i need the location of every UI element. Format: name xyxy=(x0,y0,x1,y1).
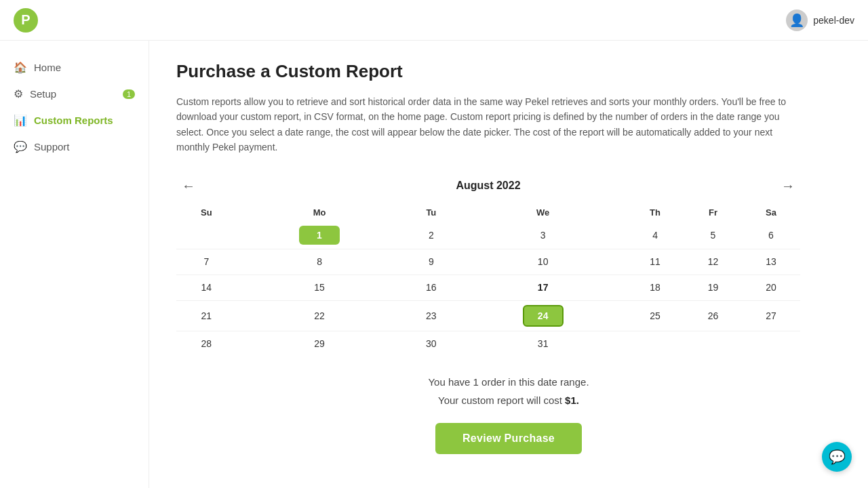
sidebar-label-setup: Setup xyxy=(30,88,56,100)
calendar-day[interactable]: 16 xyxy=(402,274,460,300)
calendar-day[interactable]: 20 xyxy=(742,274,800,300)
calendar-day[interactable]: 26 xyxy=(684,300,742,331)
calendar-day[interactable]: 18 xyxy=(626,274,684,300)
col-tu: Tu xyxy=(402,203,460,222)
chat-icon: 💬 xyxy=(829,449,846,465)
calendar-day[interactable]: 23 xyxy=(402,300,460,331)
support-icon: 💬 xyxy=(14,140,27,153)
calendar-week-row: 78910111213 xyxy=(176,249,800,274)
col-sa: Sa xyxy=(742,203,800,222)
calendar-week-row: 123456 xyxy=(176,222,800,249)
sidebar-label-custom-reports: Custom Reports xyxy=(34,115,113,126)
calendar-day[interactable]: 30 xyxy=(402,331,460,357)
calendar-header-row: Su Mo Tu We Th Fr Sa xyxy=(176,203,800,222)
sidebar-item-home[interactable]: 🏠 Home xyxy=(0,54,149,81)
calendar-day[interactable]: 7 xyxy=(176,249,237,274)
calendar-day[interactable]: 10 xyxy=(460,249,626,274)
calendar-week-row: 28293031 xyxy=(176,331,800,357)
next-month-button[interactable]: → xyxy=(776,176,800,197)
calendar-day[interactable]: 8 xyxy=(237,249,403,274)
calendar-day[interactable]: 11 xyxy=(626,249,684,274)
calendar-day[interactable]: 4 xyxy=(626,222,684,249)
calendar-day[interactable]: 19 xyxy=(684,274,742,300)
setup-badge: 1 xyxy=(123,89,135,99)
description-text: Custom reports allow you to retrieve and… xyxy=(176,94,787,155)
sidebar-label-home: Home xyxy=(34,62,61,73)
username-label: pekel-dev xyxy=(813,15,854,26)
calendar-day[interactable]: 29 xyxy=(237,331,403,357)
order-summary: You have 1 order in this date range. You… xyxy=(176,373,841,409)
calendar-week-row: 14151617181920 xyxy=(176,274,800,300)
calendar-day[interactable]: 6 xyxy=(742,222,800,249)
calendar-day[interactable]: 5 xyxy=(684,222,742,249)
main-content: Purchase a Custom Report Custom reports … xyxy=(149,41,868,488)
calendar-day[interactable]: 2 xyxy=(402,222,460,249)
calendar-day xyxy=(684,331,742,357)
home-icon: 🏠 xyxy=(14,61,27,74)
col-su: Su xyxy=(176,203,237,222)
calendar-week-row: 21222324252627 xyxy=(176,300,800,331)
review-purchase-button[interactable]: Review Purchase xyxy=(435,423,582,454)
order-cost-text: Your custom report will cost $1. xyxy=(176,391,841,409)
col-fr: Fr xyxy=(684,203,742,222)
sidebar-label-support: Support xyxy=(34,141,70,152)
prev-month-button[interactable]: ← xyxy=(176,176,201,197)
avatar: 👤 xyxy=(786,9,808,31)
sidebar: 🏠 Home ⚙ Setup 1 📊 Custom Reports 💬 Supp… xyxy=(0,41,149,488)
calendar-day[interactable]: 15 xyxy=(237,274,403,300)
calendar-day xyxy=(742,331,800,357)
calendar-day[interactable]: 17 xyxy=(460,274,626,300)
sidebar-item-support[interactable]: 💬 Support xyxy=(0,134,149,160)
setup-icon: ⚙ xyxy=(14,87,23,100)
calendar-day[interactable]: 14 xyxy=(176,274,237,300)
chat-fab-button[interactable]: 💬 xyxy=(822,442,852,472)
calendar-day[interactable]: 28 xyxy=(176,331,237,357)
col-th: Th xyxy=(626,203,684,222)
calendar-day[interactable]: 25 xyxy=(626,300,684,331)
col-we: We xyxy=(460,203,626,222)
calendar-day xyxy=(176,222,237,249)
calendar-month-title: August 2022 xyxy=(456,180,520,192)
cost-value: $1. xyxy=(565,394,579,406)
user-menu[interactable]: 👤 pekel-dev xyxy=(786,9,854,31)
calendar-day[interactable]: 22 xyxy=(237,300,403,331)
calendar-day[interactable]: 9 xyxy=(402,249,460,274)
calendar-day[interactable]: 24 xyxy=(460,300,626,331)
order-count-text: You have 1 order in this date range. xyxy=(176,373,841,391)
calendar-day xyxy=(626,331,684,357)
calendar-table: Su Mo Tu We Th Fr Sa 1234567891011121314… xyxy=(176,203,800,357)
page-title: Purchase a Custom Report xyxy=(176,61,841,82)
logo[interactable]: P xyxy=(14,8,38,33)
cost-label: Your custom report will cost xyxy=(438,394,565,406)
logo-text: P xyxy=(21,12,30,28)
sidebar-item-custom-reports[interactable]: 📊 Custom Reports xyxy=(0,107,149,134)
calendar-day[interactable]: 21 xyxy=(176,300,237,331)
calendar-day[interactable]: 31 xyxy=(460,331,626,357)
calendar-nav: ← August 2022 → xyxy=(176,176,800,197)
calendar-day[interactable]: 13 xyxy=(742,249,800,274)
calendar-day[interactable]: 12 xyxy=(684,249,742,274)
custom-reports-icon: 📊 xyxy=(14,114,27,127)
header: P 👤 pekel-dev xyxy=(0,0,868,41)
calendar-day[interactable]: 1 xyxy=(237,222,403,249)
calendar-day[interactable]: 3 xyxy=(460,222,626,249)
calendar: ← August 2022 → Su Mo Tu We Th Fr Sa xyxy=(176,176,800,357)
sidebar-item-setup[interactable]: ⚙ Setup 1 xyxy=(0,81,149,107)
calendar-day[interactable]: 27 xyxy=(742,300,800,331)
col-mo: Mo xyxy=(237,203,403,222)
